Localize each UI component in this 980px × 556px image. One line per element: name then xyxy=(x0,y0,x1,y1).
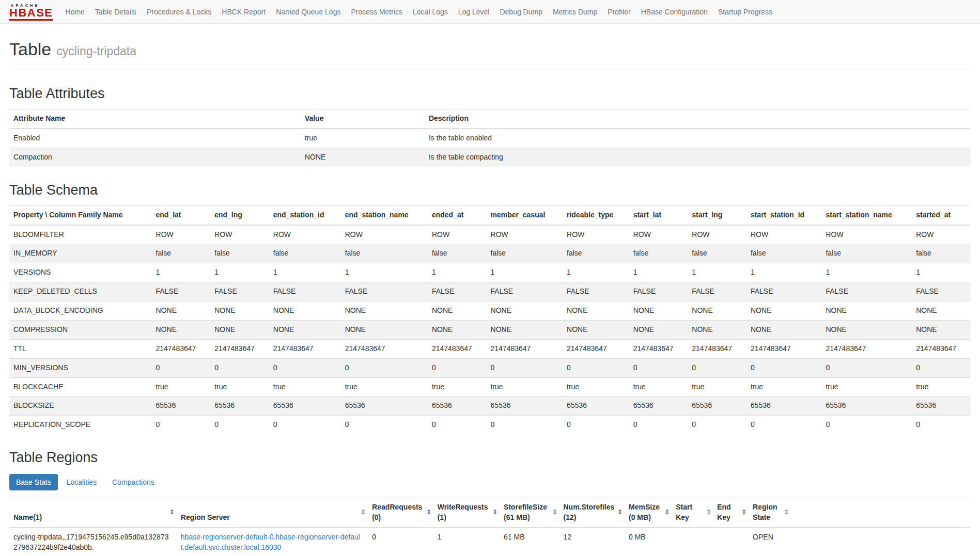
column-header: Property \ Column Family Name xyxy=(9,205,152,225)
table-cell: NONE xyxy=(301,148,425,166)
table-cell: NONE xyxy=(821,320,912,339)
page-title: Table xyxy=(9,39,51,59)
table-cell: false xyxy=(428,244,487,263)
sort-icon[interactable]: ⇕ xyxy=(617,508,623,517)
region-num-storefiles-cell: 12 xyxy=(559,528,625,556)
table-row: BLOCKSIZE6553665536655366553665536655366… xyxy=(9,396,971,416)
table-cell: 0 xyxy=(341,358,428,377)
table-row: TTL2147483647214748364721474836472147483… xyxy=(9,339,971,358)
sort-icon[interactable]: ⇕ xyxy=(492,508,497,517)
sort-icon[interactable]: ⇕ xyxy=(664,508,670,517)
table-cell: 0 xyxy=(912,416,971,434)
nav-item-local-logs[interactable]: Local Logs xyxy=(408,1,453,23)
table-cell: FALSE xyxy=(487,282,563,301)
table-cell: 0 xyxy=(688,358,746,377)
table-cell: FALSE xyxy=(629,282,688,301)
hbase-logo[interactable]: APACHE HBASE xyxy=(9,3,53,21)
column-label: Region State xyxy=(753,502,781,523)
table-cell: 0 xyxy=(210,358,269,377)
tab-compactions[interactable]: Compactions xyxy=(105,474,161,490)
nav-item-hbase-configuration[interactable]: HBase Configuration xyxy=(636,1,713,23)
nav-item-startup-progress[interactable]: Startup Progress xyxy=(713,1,777,23)
tab-base-stats[interactable]: Base Stats xyxy=(9,474,58,490)
tab-localities[interactable]: Localities xyxy=(60,474,103,490)
regions-column-header-region-server[interactable]: Region Server⇕ xyxy=(177,498,368,528)
table-cell: NONE xyxy=(210,320,269,339)
region-row: cycling-tripdata,,1719475156245.e95d0a13… xyxy=(9,528,971,556)
table-row: MIN_VERSIONS000000000000 xyxy=(9,358,971,377)
table-cell: 65536 xyxy=(912,396,971,416)
table-cell: 1 xyxy=(563,263,629,282)
table-cell: NONE xyxy=(746,320,822,339)
table-cell: 0 xyxy=(210,416,269,434)
nav-item-profiler[interactable]: Profiler xyxy=(602,1,635,23)
table-cell: 2147483647 xyxy=(428,339,487,358)
sort-icon[interactable]: ⇕ xyxy=(426,508,431,517)
table-cell: true xyxy=(821,377,912,396)
table-cell: Compaction xyxy=(9,148,301,166)
regions-column-header-storefilesize-61-mb[interactable]: StorefileSize (61 MB)⇕ xyxy=(500,498,559,528)
table-cell: true xyxy=(746,377,822,396)
table-cell: 0 xyxy=(912,358,971,377)
sort-icon[interactable]: ⇕ xyxy=(784,508,789,517)
nav-item-hbck-report[interactable]: HBCK Report xyxy=(216,1,271,23)
table-cell: BLOCKSIZE xyxy=(9,396,152,416)
table-cell: true xyxy=(629,377,688,396)
region-storefile-size-cell: 61 MB xyxy=(500,528,559,556)
table-cell: false xyxy=(210,244,269,263)
regions-column-header-memsize-0-mb[interactable]: MemSize (0 MB)⇕ xyxy=(625,498,672,528)
table-row: COMPRESSIONNONENONENONENONENONENONENONEN… xyxy=(9,320,971,339)
table-cell: true xyxy=(912,377,971,396)
regions-column-header-readrequests-0[interactable]: ReadRequests (0)⇕ xyxy=(368,498,433,528)
nav-item-process-metrics[interactable]: Process Metrics xyxy=(346,1,408,23)
table-cell: FALSE xyxy=(563,282,629,301)
table-cell: false xyxy=(487,244,563,263)
table-cell: 0 xyxy=(629,358,688,377)
table-cell: ROW xyxy=(269,225,341,244)
nav-item-log-level[interactable]: Log Level xyxy=(453,1,495,23)
sort-icon[interactable]: ⇕ xyxy=(361,508,366,517)
table-cell: 0 xyxy=(629,416,688,434)
table-cell: VERSIONS xyxy=(9,263,152,282)
regions-column-header-start-key[interactable]: Start Key⇕ xyxy=(672,498,713,528)
table-row: BLOOMFILTERROWROWROWROWROWROWROWROWROWRO… xyxy=(9,225,971,244)
table-cell: NONE xyxy=(269,301,341,321)
sort-icon[interactable]: ⇕ xyxy=(741,508,746,517)
nav-item-named-queue-logs[interactable]: Named Queue Logs xyxy=(271,1,346,23)
table-cell: NONE xyxy=(152,320,211,339)
table-row: REPLICATION_SCOPE000000000000 xyxy=(9,416,971,434)
regions-column-header-num-storefiles-12[interactable]: Num.Storefiles (12)⇕ xyxy=(559,498,625,528)
table-cell: NONE xyxy=(210,301,269,321)
regions-column-header-name-1[interactable]: Name(1)⇕ xyxy=(9,498,177,528)
regions-column-header-writerequests-1[interactable]: WriteRequests (1)⇕ xyxy=(433,498,500,528)
region-region-state-cell: OPEN xyxy=(749,528,971,556)
table-cell: 0 xyxy=(428,416,487,434)
regions-column-header-region-state[interactable]: Region State⇕ xyxy=(749,498,971,528)
column-header: Attribute Name xyxy=(9,109,301,129)
nav-item-procedures-locks[interactable]: Procedures & Locks xyxy=(142,1,216,23)
nav-item-table-details[interactable]: Table Details xyxy=(90,1,142,23)
table-cell: NONE xyxy=(629,301,688,321)
table-cell: 65536 xyxy=(428,396,487,416)
nav-item-home[interactable]: Home xyxy=(60,1,90,23)
table-cell: false xyxy=(688,244,746,263)
table-cell: 2147483647 xyxy=(210,339,269,358)
nav-item-debug-dump[interactable]: Debug Dump xyxy=(494,1,548,23)
table-cell: true xyxy=(210,377,269,396)
table-cell: ROW xyxy=(912,225,971,244)
table-row: EnabledtrueIs the table enabled xyxy=(9,129,971,148)
sort-icon[interactable]: ⇕ xyxy=(552,508,557,517)
table-cell: 0 xyxy=(428,358,487,377)
sort-icon[interactable]: ⇕ xyxy=(706,508,711,517)
nav-item-metrics-dump[interactable]: Metrics Dump xyxy=(548,1,602,23)
regions-column-header-end-key[interactable]: End Key⇕ xyxy=(713,498,749,528)
table-cell: FALSE xyxy=(912,282,971,301)
table-cell: true xyxy=(269,377,341,396)
table-cell: 1 xyxy=(428,263,487,282)
table-cell: 0 xyxy=(746,416,822,434)
column-label: WriteRequests (1) xyxy=(438,503,488,521)
table-cell: 65536 xyxy=(821,396,912,416)
column-header: end_station_id xyxy=(269,205,341,225)
region-server-link[interactable]: hbase-regionserver-default-0.hbase-regio… xyxy=(181,533,360,551)
sort-icon[interactable]: ⇕ xyxy=(169,508,175,517)
